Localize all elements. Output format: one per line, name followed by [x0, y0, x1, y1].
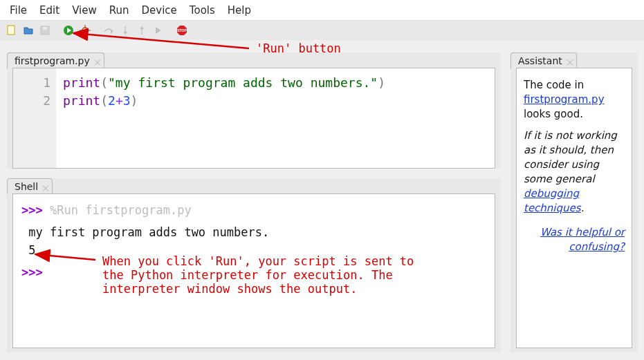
shell-tab[interactable]: Shell: [7, 178, 53, 194]
assistant-feedback-link[interactable]: Was it helpful or confusing?: [540, 226, 625, 253]
step-out-icon[interactable]: [136, 24, 148, 37]
line-number: 2: [13, 92, 50, 110]
shell-panel: Shell >>> %Run firstprogram.py my first …: [7, 178, 501, 352]
line-number: 1: [13, 74, 50, 92]
assistant-tab-label: Assistant: [518, 55, 562, 66]
svg-point-6: [82, 28, 88, 33]
stop-icon[interactable]: STOP: [176, 24, 188, 37]
assistant-content: The code in firstprogram.py looks good. …: [516, 68, 632, 348]
menu-help[interactable]: Help: [222, 1, 257, 19]
code-area[interactable]: print("my first program adds two numbers…: [56, 68, 495, 168]
menu-tools[interactable]: Tools: [184, 1, 221, 19]
assistant-debug-link[interactable]: debugging techniques: [524, 187, 581, 214]
menu-file[interactable]: File: [4, 1, 33, 19]
step-into-icon[interactable]: [119, 24, 131, 37]
menu-run[interactable]: Run: [104, 1, 135, 19]
svg-text:STOP: STOP: [177, 28, 187, 32]
svg-rect-1: [8, 26, 14, 34]
svg-marker-16: [156, 27, 161, 34]
menu-bar: File Edit View Run Device Tools Help: [0, 0, 644, 21]
svg-rect-3: [43, 27, 47, 30]
assistant-feedback: Was it helpful or confusing?: [524, 225, 625, 254]
menu-device[interactable]: Device: [136, 1, 183, 19]
editor-panel: firstprogram.py 1 2 print("my first prog…: [7, 53, 501, 169]
editor-tab-label: firstprogram.py: [15, 55, 90, 66]
assistant-tab[interactable]: Assistant: [510, 53, 577, 68]
shell-output[interactable]: >>> %Run firstprogram.py my first progra…: [12, 193, 495, 348]
code-editor[interactable]: 1 2 print("my first program adds two num…: [12, 68, 495, 169]
step-over-icon[interactable]: [102, 24, 115, 37]
svg-marker-15: [140, 26, 144, 29]
toolbar: STOP: [0, 21, 644, 40]
debug-icon[interactable]: [79, 24, 91, 37]
shell-tab-label: Shell: [15, 181, 38, 192]
resume-icon[interactable]: [152, 24, 165, 37]
svg-marker-13: [123, 32, 127, 35]
line-gutter: 1 2: [13, 68, 56, 168]
close-tab-icon[interactable]: [94, 57, 101, 64]
open-file-icon[interactable]: [22, 24, 35, 37]
save-icon[interactable]: [39, 24, 51, 37]
close-tab-icon[interactable]: [567, 57, 573, 64]
new-file-icon[interactable]: [6, 24, 18, 37]
editor-tab[interactable]: firstprogram.py: [7, 53, 104, 68]
menu-edit[interactable]: Edit: [34, 1, 65, 19]
assistant-text: If it is not working as it should, then …: [524, 129, 625, 216]
close-tab-icon[interactable]: [42, 183, 49, 190]
assistant-file-link[interactable]: firstprogram.py: [524, 93, 605, 106]
run-icon[interactable]: [62, 24, 75, 37]
assistant-panel: Assistant The code in firstprogram.py lo…: [510, 53, 638, 352]
assistant-text: The code in firstprogram.py looks good.: [524, 78, 625, 122]
menu-view[interactable]: View: [66, 1, 102, 19]
